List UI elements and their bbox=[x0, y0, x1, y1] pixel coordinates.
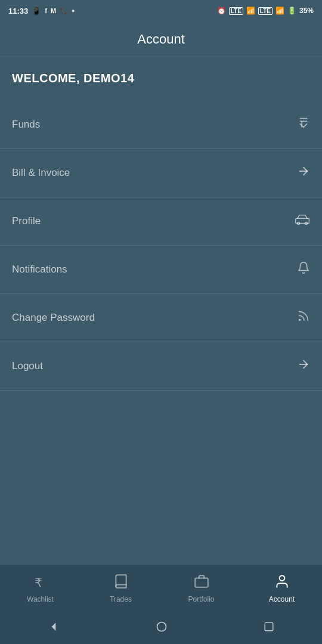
notifications-bell-icon bbox=[297, 261, 310, 278]
menu-item-notifications[interactable]: Notifications bbox=[0, 246, 322, 294]
home-button[interactable] bbox=[156, 621, 168, 635]
menu-item-bill-invoice[interactable]: Bill & Invoice bbox=[0, 149, 322, 197]
alarm-icon: ⏰ bbox=[217, 7, 226, 15]
nav-item-portfolio[interactable]: Portfolio bbox=[161, 569, 242, 608]
signal-icon2: 📶 bbox=[275, 7, 284, 15]
portfolio-icon bbox=[194, 574, 209, 593]
status-icon-m: M bbox=[51, 7, 56, 14]
battery-icon: 🔋 bbox=[287, 7, 296, 15]
bottom-nav: ₹ Wachlist Trades Portfolio bbox=[0, 564, 322, 612]
signal-icon: 📶 bbox=[246, 7, 255, 15]
menu-item-profile-label: Profile bbox=[12, 215, 41, 227]
svg-point-13 bbox=[157, 623, 166, 631]
header: Account bbox=[0, 21, 322, 57]
svg-marker-12 bbox=[52, 623, 56, 630]
welcome-section: WELCOME, DEMO14 bbox=[0, 57, 322, 95]
status-icon-phone: 📞 bbox=[60, 7, 68, 15]
system-nav bbox=[0, 612, 322, 644]
status-icon-android: 📱 bbox=[32, 7, 41, 16]
svg-rect-10 bbox=[195, 578, 208, 587]
account-label: Account bbox=[269, 595, 295, 603]
menu-item-notifications-left: Notifications bbox=[12, 264, 67, 275]
change-password-rss-icon bbox=[297, 309, 310, 326]
status-icon-dot: ● bbox=[72, 8, 75, 14]
time: 11:33 bbox=[8, 7, 28, 16]
welcome-text: WELCOME, DEMO14 bbox=[12, 72, 134, 85]
account-person-icon bbox=[274, 574, 290, 593]
lte-badge1: LTE bbox=[229, 7, 243, 15]
watchlist-icon: ₹ bbox=[33, 574, 48, 593]
status-icon-facebook: f bbox=[45, 7, 47, 14]
menu-item-logout[interactable]: Logout bbox=[0, 342, 322, 391]
menu-item-profile-left: Profile bbox=[12, 215, 41, 227]
menu-item-funds[interactable]: Funds bbox=[0, 101, 322, 149]
lte-badge2: LTE bbox=[258, 7, 273, 15]
svg-point-11 bbox=[279, 575, 284, 581]
svg-text:₹: ₹ bbox=[35, 575, 42, 589]
status-left: 11:33 📱 f M 📞 ● bbox=[8, 7, 75, 16]
nav-item-account[interactable]: Account bbox=[242, 569, 322, 608]
funds-rupee-icon bbox=[297, 116, 310, 133]
trades-icon bbox=[113, 574, 129, 593]
menu-item-logout-left: Logout bbox=[12, 360, 43, 372]
nav-item-watchlist[interactable]: ₹ Wachlist bbox=[0, 569, 80, 608]
menu-item-change-password-left: Change Password bbox=[12, 312, 95, 324]
menu-item-notifications-label: Notifications bbox=[12, 264, 67, 275]
status-right: ⏰ LTE 📶 LTE 📶 🔋 35% bbox=[217, 7, 314, 15]
svg-rect-14 bbox=[265, 623, 273, 631]
bill-invoice-arrow-icon bbox=[297, 165, 310, 181]
back-button[interactable] bbox=[48, 621, 60, 635]
menu-list: Funds Bill & Invoice Profile bbox=[0, 95, 322, 397]
menu-item-change-password[interactable]: Change Password bbox=[0, 294, 322, 342]
portfolio-label: Portfolio bbox=[188, 595, 214, 603]
watchlist-label: Wachlist bbox=[27, 595, 54, 603]
page-title: Account bbox=[137, 32, 185, 47]
profile-car-icon bbox=[295, 213, 310, 230]
menu-item-profile[interactable]: Profile bbox=[0, 197, 322, 246]
battery-percent: 35% bbox=[299, 7, 314, 15]
menu-item-funds-left: Funds bbox=[12, 119, 40, 131]
recents-button[interactable] bbox=[264, 621, 274, 634]
nav-item-trades[interactable]: Trades bbox=[80, 569, 161, 608]
svg-point-7 bbox=[299, 320, 301, 321]
status-bar: 11:33 📱 f M 📞 ● ⏰ LTE 📶 LTE 📶 🔋 35% bbox=[0, 0, 322, 21]
trades-label: Trades bbox=[110, 595, 132, 603]
menu-item-funds-label: Funds bbox=[12, 119, 40, 131]
menu-item-logout-label: Logout bbox=[12, 360, 43, 372]
menu-item-bill-invoice-label: Bill & Invoice bbox=[12, 167, 70, 179]
menu-item-bill-invoice-left: Bill & Invoice bbox=[12, 167, 70, 179]
logout-arrow-icon bbox=[297, 358, 310, 374]
menu-item-change-password-label: Change Password bbox=[12, 312, 95, 324]
